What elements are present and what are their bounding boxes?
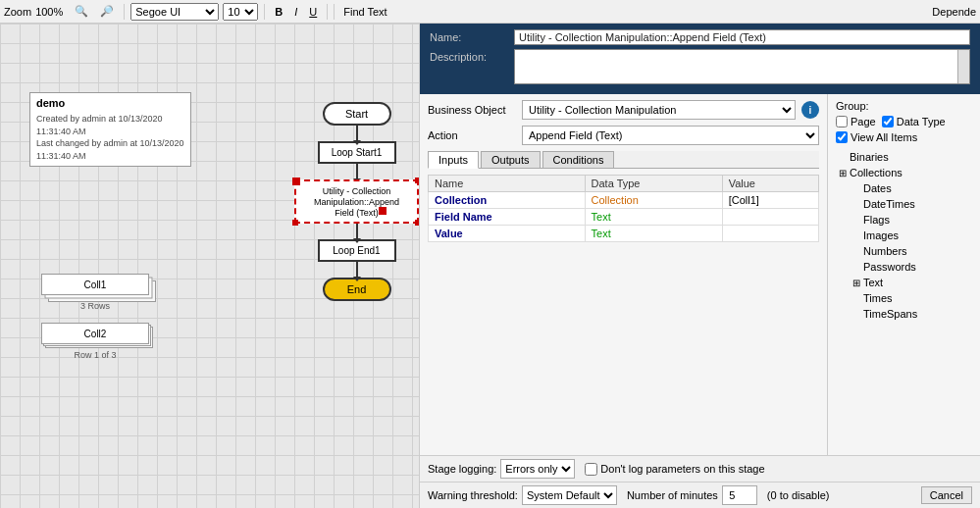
tree-item-binaries[interactable]: Binaries [836,149,972,165]
tree-item-numbers[interactable]: Numbers [836,243,972,259]
passwords-expand[interactable] [850,260,863,274]
action-label: Action [428,129,516,141]
times-expand[interactable] [850,291,863,305]
tree-item-datetimes[interactable]: DateTimes [836,196,972,212]
underline-btn[interactable]: U [305,4,321,20]
flow-process[interactable]: Utility - Collection Manipulation::Appen… [294,179,419,224]
coll1-main-label: Coll1 [84,279,107,290]
stage-logging-field: Stage logging: Errors only [428,459,575,479]
action-select[interactable]: Append Field (Text) [522,126,819,145]
tree-panel: Group: Page Data Type View All Ite [828,94,980,455]
page-checkbox[interactable] [836,116,848,127]
timespans-expand[interactable] [850,307,863,321]
main-container: demo Created by admin at 10/13/2020 11:3… [0,24,980,508]
desc-scrollbar[interactable] [957,50,969,83]
name-label: Name: [430,29,508,43]
coll1-sublabel: 3 Rows [80,301,110,311]
table-row[interactable]: Collection Collection [Coll1] [429,192,819,209]
row3-value[interactable] [722,226,818,242]
zoom-out-btn[interactable]: 🔍 [71,3,92,20]
tree-item-dates[interactable]: Dates [836,180,972,196]
tab-inputs[interactable]: Inputs [428,151,479,169]
binaries-expand[interactable] [836,150,850,164]
numbers-label: Numbers [863,245,907,257]
view-all-checkbox-label[interactable]: View All Items [836,131,972,143]
tree-item-images[interactable]: Images [836,228,972,243]
demo-line3: Last changed by admin at 10/13/2020 [36,137,184,150]
arrow4 [356,262,358,278]
font-name-select[interactable]: Segoe UI [130,3,219,21]
images-expand[interactable] [850,229,863,242]
row2-value[interactable] [722,209,818,226]
tabs-bar: Inputs Outputs Conditions [428,151,819,169]
cancel-button[interactable]: Cancel [921,486,972,504]
info-button[interactable]: i [801,101,819,119]
row1-value[interactable]: [Coll1] [722,192,818,209]
tree-item-passwords[interactable]: Passwords [836,259,972,275]
inputs-table: Name Data Type Value Collection Collecti… [428,175,819,242]
table-row[interactable]: Field Name Text [429,209,819,226]
sep2 [264,4,265,20]
text-expand[interactable]: ⊞ [850,276,863,289]
flow-start[interactable]: Start [323,102,391,126]
text-label: Text [863,277,883,288]
tree-item-collections[interactable]: ⊞ Collections [836,165,972,180]
warning-threshold-select[interactable]: System Default [522,485,617,505]
demo-title: demo [36,97,184,109]
desc-field: Description: [430,49,970,84]
center-panel: Business Object Utility - Collection Man… [420,94,828,455]
dont-log-checkbox-row: Don't log parameters on this stage [585,463,764,476]
binaries-label: Binaries [850,151,889,163]
font-size-select[interactable]: 10 [223,3,258,21]
coll1-stack[interactable]: Coll1 3 Rows [41,274,149,311]
name-value: Utility - Collection Manipulation::Appen… [514,29,970,45]
zoom-label: Zoom [4,6,31,18]
minutes-input[interactable] [722,485,757,505]
coll2-stack[interactable]: Coll2 Row 1 of 3 [41,323,149,360]
stage-logging-label: Stage logging: [428,463,496,475]
tree-item-flags[interactable]: Flags [836,212,972,228]
dont-log-checkbox[interactable] [585,463,597,476]
desc-area[interactable] [514,49,970,84]
group-row: Group: [836,100,972,112]
demo-box: demo Created by admin at 10/13/2020 11:3… [29,92,191,167]
zoom-in-btn[interactable]: 🔎 [96,3,118,20]
data-type-checkbox[interactable] [882,116,894,127]
num-minutes-field: Number of minutes [627,485,757,505]
dates-expand[interactable] [850,181,863,195]
panel-body: Business Object Utility - Collection Man… [420,94,980,455]
tree-item-text[interactable]: ⊞ Text [836,275,972,290]
images-label: Images [863,229,899,241]
business-object-select[interactable]: Utility - Collection Manipulation [522,100,796,120]
depends-label: Depende [932,6,976,18]
view-all-checkbox[interactable] [836,131,848,143]
tree-item-timespans[interactable]: TimeSpans [836,306,972,322]
collections-expand[interactable]: ⊞ [836,166,850,179]
stage-logging-select[interactable]: Errors only [500,459,575,479]
name-field: Name: Utility - Collection Manipulation:… [430,29,970,45]
bold-btn[interactable]: B [271,4,286,20]
row3-name: Value [429,226,586,242]
demo-line2: 11:31:40 AM [36,126,184,138]
datetimes-expand[interactable] [850,197,863,211]
flags-expand[interactable] [850,213,863,227]
flowchart: Start Loop Start1 Utility - Collection M… [294,102,419,301]
desc-label: Description: [430,49,508,63]
view-all-row: View All Items [836,131,972,143]
panel-header: Name: Utility - Collection Manipulation:… [420,24,980,94]
sep1 [124,4,125,20]
tree-item-times[interactable]: Times [836,290,972,306]
italic-btn[interactable]: I [290,4,301,20]
page-checkbox-label[interactable]: Page [836,116,876,127]
table-row[interactable]: Value Text [429,226,819,242]
group-checkboxes: Page Data Type [836,116,972,127]
col-datatype: Data Type [585,176,722,192]
data-type-checkbox-label[interactable]: Data Type [882,116,946,127]
tab-conditions[interactable]: Conditions [542,151,615,168]
handle-br [415,220,419,226]
tab-outputs[interactable]: Outputs [481,151,541,168]
find-text-btn[interactable]: Find Text [338,4,391,20]
page-label: Page [851,116,876,127]
numbers-expand[interactable] [850,244,863,258]
canvas-area[interactable]: demo Created by admin at 10/13/2020 11:3… [0,24,419,508]
